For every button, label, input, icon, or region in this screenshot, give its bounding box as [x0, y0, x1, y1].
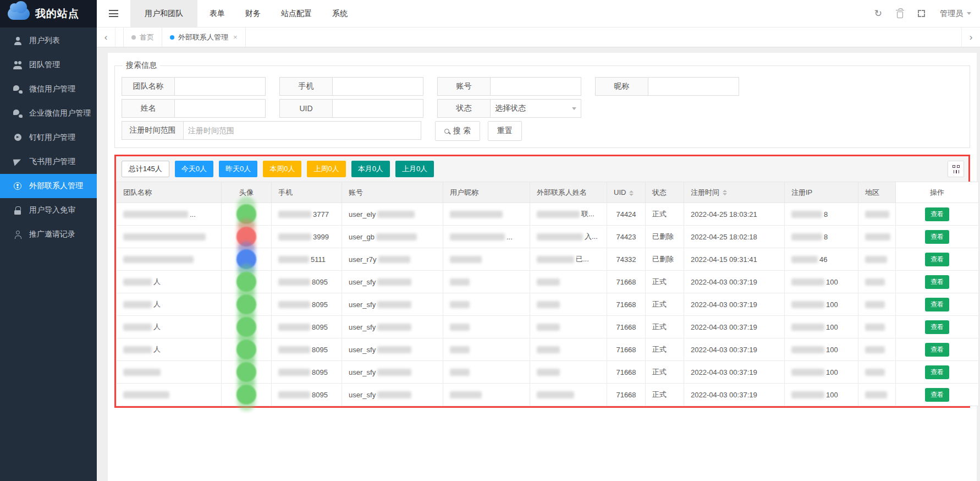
page-tab-2[interactable]: 外部联系人管理× — [162, 28, 246, 47]
cell-region — [858, 293, 896, 316]
sort-icon[interactable] — [723, 190, 727, 195]
ip-suffix: 100 — [826, 300, 838, 309]
view-button[interactable]: 查看 — [925, 365, 949, 379]
view-button[interactable]: 查看 — [925, 253, 949, 266]
redacted-blob — [377, 211, 415, 218]
col-header-8: 状态 — [646, 182, 684, 203]
stat-chip-3[interactable]: 昨天0人 — [219, 161, 257, 177]
topnav-item-3[interactable]: 财务 — [237, 0, 269, 27]
redacted-blob — [537, 391, 574, 398]
search-input-账号[interactable] — [490, 77, 581, 96]
cell-reg-time: 2022-04-03 00:37:19 — [684, 271, 785, 293]
sidebar-item-4[interactable]: 企业微信用户管理 — [0, 101, 97, 125]
cell-phone: 5111 — [272, 248, 342, 271]
cell-uid: 74332 — [607, 248, 646, 271]
col-header-9[interactable]: 注册时间 — [684, 182, 785, 203]
search-button-label: 搜 索 — [453, 126, 471, 136]
topnav-item-4[interactable]: 站点配置 — [273, 0, 320, 27]
menu-fold-icon[interactable] — [109, 10, 118, 17]
view-button[interactable]: 查看 — [925, 207, 949, 221]
search-input-手机[interactable] — [332, 77, 423, 96]
search-fieldset: 搜索信息 团队名称手机账号昵称 姓名UID状态选择状态 注册时间范围搜 索重置 — [114, 61, 970, 148]
sort-icon[interactable] — [629, 190, 634, 196]
trash-icon[interactable] — [897, 9, 903, 18]
cell-reg-ip: 100 — [785, 316, 858, 338]
sidebar-item-1[interactable]: 用户列表 — [0, 29, 97, 53]
view-button[interactable]: 查看 — [925, 298, 949, 311]
sidebar-item-7[interactable]: 外部联系人管理 — [0, 174, 97, 198]
page-tab-bar: ‹ 首页外部联系人管理× › — [97, 28, 980, 47]
sidebar-item-6[interactable]: 飞书用户管理 — [0, 150, 97, 174]
topnav-item-5[interactable]: 系统 — [324, 0, 356, 27]
stat-chip-7[interactable]: 上月0人 — [395, 161, 434, 177]
search-button[interactable]: 搜 索 — [435, 121, 480, 141]
cell-reg-ip: 46 — [785, 248, 858, 271]
topnav-item-1[interactable]: 用户和团队 — [130, 0, 197, 27]
redacted-blob — [865, 278, 885, 286]
cell-nickname — [443, 384, 530, 406]
team-name-suffix: 人 — [153, 299, 161, 309]
redacted-blob — [865, 369, 885, 376]
sidebar-item-9[interactable]: 推广邀请记录 — [0, 222, 97, 247]
view-button[interactable]: 查看 — [925, 320, 949, 334]
sidebar-item-3[interactable]: 微信用户管理 — [0, 77, 97, 101]
cell-contact-name — [530, 316, 607, 338]
stat-chip-4[interactable]: 本周0人 — [263, 161, 301, 177]
search-input-UID[interactable] — [332, 99, 423, 118]
cell-phone: 8095 — [272, 271, 342, 293]
ip-suffix: 100 — [826, 278, 838, 286]
chevron-down-icon — [572, 107, 576, 110]
search-input-注册时间范围[interactable] — [183, 121, 421, 140]
col-header-10: 注册IP — [785, 182, 858, 203]
cell-reg-ip: 8 — [785, 226, 858, 248]
sidebar-item-2[interactable]: 团队管理 — [0, 53, 97, 77]
cell-account: user_sfy — [342, 338, 443, 361]
view-button[interactable]: 查看 — [925, 388, 949, 402]
redacted-blob — [450, 256, 482, 263]
column-settings-button[interactable] — [948, 161, 964, 177]
ip-suffix: 100 — [826, 391, 838, 399]
stat-chip-1[interactable]: 总计145人 — [122, 161, 169, 177]
refresh-icon[interactable]: ↻ — [874, 9, 882, 18]
tab-dot-icon — [170, 35, 174, 40]
redacted-blob — [791, 369, 824, 376]
topnav-item-2[interactable]: 表单 — [201, 0, 233, 27]
search-input-团队名称[interactable] — [174, 77, 266, 96]
search-field-label: 手机 — [279, 77, 332, 96]
phone-suffix: 8095 — [312, 368, 328, 376]
search-field-group: UID — [279, 99, 423, 118]
admin-dropdown[interactable]: 管理员 — [940, 9, 971, 19]
fullscreen-icon[interactable] — [918, 10, 925, 17]
col-header-label: 账号 — [349, 188, 363, 196]
redacted-blob — [791, 278, 824, 286]
stat-chip-5[interactable]: 上周0人 — [307, 161, 345, 177]
reset-button[interactable]: 重置 — [488, 121, 522, 141]
view-button[interactable]: 查看 — [925, 343, 949, 357]
col-header-7[interactable]: UID — [607, 182, 646, 203]
redacted-blob — [278, 233, 311, 240]
stat-chip-2[interactable]: 今天0人 — [175, 161, 213, 177]
stat-chip-6[interactable]: 本月0人 — [351, 161, 390, 177]
search-input-姓名[interactable] — [174, 99, 266, 118]
tabs-scroll-right-icon[interactable]: › — [961, 28, 980, 47]
cell-region — [858, 248, 896, 271]
search-input-昵称[interactable] — [648, 77, 739, 96]
ip-suffix: 8 — [824, 233, 828, 241]
cell-contact-name — [530, 384, 607, 406]
content-area: 搜索信息 团队名称手机账号昵称 姓名UID状态选择状态 注册时间范围搜 索重置 … — [97, 47, 980, 481]
cell-team-name: 人 — [117, 338, 222, 361]
sidebar-item-8[interactable]: 用户导入免审 — [0, 198, 97, 222]
view-button[interactable]: 查看 — [925, 230, 949, 244]
tab-close-icon[interactable]: × — [233, 33, 238, 41]
sidebar-item-5[interactable]: 钉钉用户管理 — [0, 125, 97, 150]
view-button[interactable]: 查看 — [925, 275, 949, 289]
account-prefix: user_ely — [349, 210, 376, 218]
contacts-table: 团队名称头像手机账号用户昵称外部联系人姓名UID状态注册时间注册IP地区操作 .… — [116, 182, 979, 406]
cell-actions: 查看 — [896, 271, 979, 293]
redacted-blob — [537, 324, 560, 331]
status-select[interactable]: 选择状态 — [490, 99, 581, 118]
search-field-group: 姓名 — [122, 99, 266, 118]
page-tab-1[interactable]: 首页 — [123, 28, 162, 47]
col-header-12: 操作 — [896, 182, 979, 203]
tabs-scroll-left-icon[interactable]: ‹ — [97, 28, 115, 47]
